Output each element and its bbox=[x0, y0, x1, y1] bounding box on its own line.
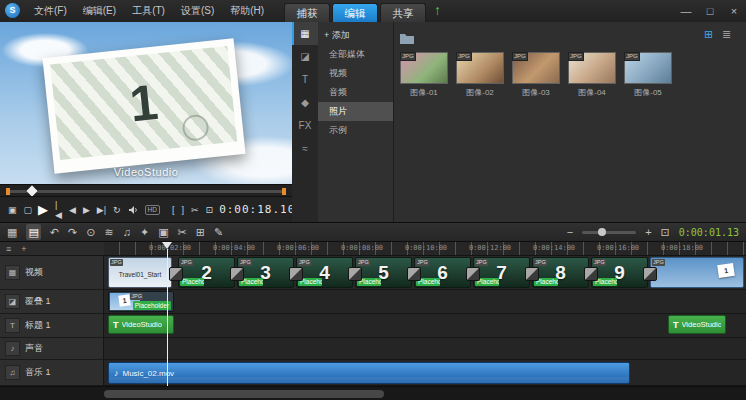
music-clip[interactable]: ♪ Music_02.mov bbox=[108, 362, 630, 384]
transitions-icon[interactable]: ◪ bbox=[292, 45, 318, 68]
transition-icon[interactable] bbox=[466, 267, 480, 281]
tab-share[interactable]: 共享 bbox=[380, 3, 426, 22]
undo-icon[interactable]: ↶ bbox=[50, 224, 59, 240]
titles-icon[interactable]: T bbox=[292, 68, 318, 91]
redo-icon[interactable]: ↷ bbox=[68, 224, 77, 240]
transition-icon[interactable] bbox=[169, 267, 183, 281]
timeline-clip[interactable]: JPG2Placeholder bbox=[178, 257, 235, 288]
title-track[interactable] bbox=[104, 314, 746, 338]
timeline-clip[interactable]: JPG5Placeholder bbox=[355, 257, 412, 288]
split-scissors-icon[interactable]: ✂ bbox=[191, 205, 199, 215]
menu-file[interactable]: 文件(F) bbox=[26, 0, 75, 22]
title-track-icon[interactable]: T bbox=[5, 318, 20, 333]
menu-tools[interactable]: 工具(T) bbox=[124, 0, 173, 22]
title-clip[interactable]: T VideoStudio bbox=[668, 315, 726, 334]
painting-creator-icon[interactable]: ✎ bbox=[214, 224, 223, 240]
timeline-view-icon[interactable]: ▤ bbox=[26, 224, 40, 240]
mark-out-button[interactable]: ] bbox=[182, 205, 185, 215]
media-thumbnail[interactable]: JPG 图像-05 bbox=[624, 52, 672, 98]
video-track-icon[interactable]: ▦ bbox=[5, 265, 20, 280]
add-folder-button[interactable]: + 添加 bbox=[318, 26, 393, 45]
mark-in-button[interactable]: [ bbox=[172, 205, 175, 215]
split-clip-icon[interactable]: ✂ bbox=[178, 224, 187, 240]
timeline-clip[interactable]: JPG6Placeholder bbox=[414, 257, 471, 288]
zoom-out-icon[interactable]: − bbox=[567, 224, 573, 240]
media-thumbnail[interactable]: JPG 图像-01 bbox=[400, 52, 448, 98]
update-arrow-icon[interactable]: ↑ bbox=[434, 2, 441, 18]
step-back-button[interactable]: ◀ bbox=[69, 205, 76, 215]
transition-icon[interactable] bbox=[407, 267, 421, 281]
filters-icon[interactable]: FX bbox=[292, 114, 318, 137]
thumbnail-image[interactable]: JPG bbox=[456, 52, 504, 84]
clip-mode-button[interactable]: ▢ bbox=[24, 205, 33, 215]
sound-mixer-icon[interactable]: ≋ bbox=[104, 224, 113, 240]
playhead-handle[interactable] bbox=[162, 242, 172, 249]
overlay-track[interactable] bbox=[104, 290, 746, 314]
music-track-icon[interactable]: ♫ bbox=[5, 365, 20, 380]
thumbnail-image[interactable]: JPG bbox=[568, 52, 616, 84]
end-button[interactable]: ▶| bbox=[97, 205, 106, 215]
scrub-groove[interactable] bbox=[6, 190, 286, 193]
track-header-video[interactable]: ▦ 视频 bbox=[0, 256, 104, 290]
menu-edit[interactable]: 编辑(E) bbox=[75, 0, 124, 22]
maximize-button[interactable]: □ bbox=[698, 0, 722, 22]
title-clip[interactable]: T VideoStudio bbox=[108, 315, 174, 334]
transition-icon[interactable] bbox=[348, 267, 362, 281]
project-mode-button[interactable]: ▣ bbox=[8, 205, 17, 215]
media-thumbnail[interactable]: JPG 图像-02 bbox=[456, 52, 504, 98]
home-button[interactable]: |◀ bbox=[55, 200, 62, 220]
track-header-title[interactable]: T 标题 1 bbox=[0, 314, 104, 338]
transition-icon[interactable] bbox=[643, 267, 657, 281]
media-thumbnail[interactable]: JPG 图像-04 bbox=[568, 52, 616, 98]
zoom-slider-thumb[interactable] bbox=[598, 228, 606, 236]
tab-capture[interactable]: 捕获 bbox=[284, 3, 330, 22]
loop-button[interactable]: ↻ bbox=[113, 205, 121, 215]
category-all-media[interactable]: 全部媒体 bbox=[318, 45, 393, 64]
folder-icon[interactable] bbox=[400, 30, 414, 48]
track-header-voice[interactable]: ♪ 声音 bbox=[0, 338, 104, 360]
list-view-icon[interactable]: ≣ bbox=[722, 28, 731, 41]
thumbnail-image[interactable]: JPG bbox=[624, 52, 672, 84]
thumbnail-image[interactable]: JPG bbox=[512, 52, 560, 84]
scrub-handle[interactable] bbox=[26, 185, 37, 196]
hd-badge[interactable]: HD bbox=[145, 205, 160, 215]
motion-tracking-icon[interactable]: ✦ bbox=[140, 224, 149, 240]
menu-help[interactable]: 帮助(H) bbox=[222, 0, 272, 22]
category-audio[interactable]: 音频 bbox=[318, 83, 393, 102]
category-samples[interactable]: 示例 bbox=[318, 121, 393, 140]
media-icon[interactable]: ▦ bbox=[292, 22, 318, 45]
timeline-clip[interactable]: JPG7Placeholder bbox=[473, 257, 530, 288]
fit-project-icon[interactable]: ⊡ bbox=[661, 224, 670, 240]
add-track-icon[interactable]: + bbox=[21, 244, 26, 254]
zoom-in-icon[interactable]: + bbox=[645, 224, 651, 240]
menu-settings[interactable]: 设置(S) bbox=[173, 0, 222, 22]
volume-icon[interactable] bbox=[128, 201, 138, 219]
track-header-overlay[interactable]: ◪ 覆叠 1 bbox=[0, 290, 104, 314]
motion-path-icon[interactable]: ≈ bbox=[292, 137, 318, 160]
close-button[interactable]: × bbox=[722, 0, 746, 22]
transition-icon[interactable] bbox=[584, 267, 598, 281]
trim-start-handle[interactable] bbox=[6, 188, 10, 195]
transition-icon[interactable] bbox=[289, 267, 303, 281]
hscrollbar-thumb[interactable] bbox=[104, 390, 384, 398]
trim-end-handle[interactable] bbox=[282, 188, 286, 195]
timeline-clip[interactable]: JPG4Placeholder bbox=[296, 257, 353, 288]
category-photos[interactable]: 照片 bbox=[318, 102, 393, 121]
timeline-clip[interactable]: JPG8Placeholder bbox=[532, 257, 589, 288]
thumbnail-image[interactable]: JPG bbox=[400, 52, 448, 84]
timeline-hscrollbar[interactable] bbox=[0, 386, 746, 400]
track-header-music[interactable]: ♫ 音乐 1 bbox=[0, 360, 104, 386]
timeline-clip-end[interactable]: JPG 1 bbox=[650, 257, 744, 288]
voice-track-icon[interactable]: ♪ bbox=[5, 341, 20, 356]
enlarge-button[interactable]: ⊡ bbox=[206, 205, 214, 215]
timeline-clip[interactable]: JPG3Placeholder bbox=[237, 257, 294, 288]
overlay-clip[interactable]: 1 JPG Placeholder bbox=[108, 291, 174, 312]
transition-icon[interactable] bbox=[230, 267, 244, 281]
category-video[interactable]: 视频 bbox=[318, 64, 393, 83]
track-menu-icon[interactable]: ≡ bbox=[6, 244, 11, 254]
overlay-track-icon[interactable]: ◪ bbox=[5, 294, 20, 309]
timeline-clip-start[interactable]: JPG Travel01_Start bbox=[108, 257, 172, 288]
preview-timecode[interactable]: 0:00:18.10 bbox=[219, 203, 295, 216]
tab-edit[interactable]: 编辑 bbox=[332, 3, 378, 22]
transition-icon[interactable] bbox=[525, 267, 539, 281]
